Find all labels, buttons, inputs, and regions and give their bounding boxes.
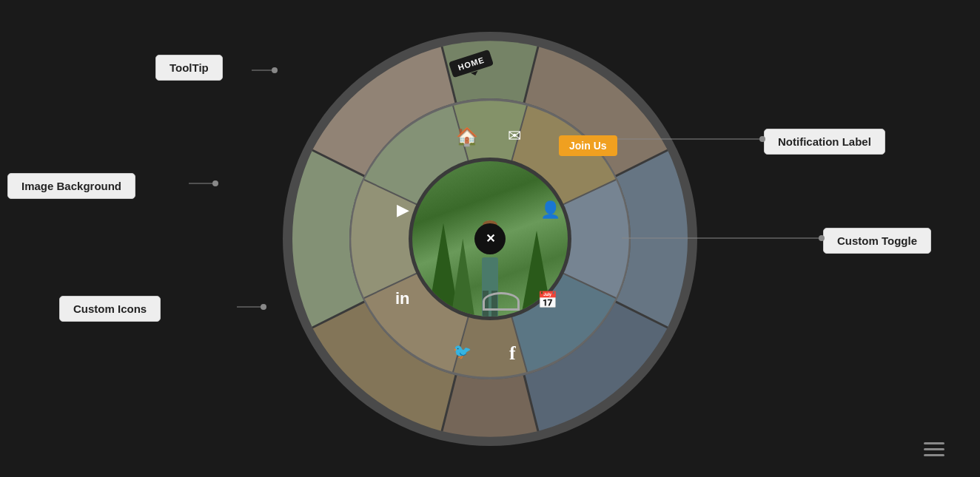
custom-icons-dot — [261, 304, 266, 310]
circular-menu: ✕ HOME 🏠 ✉ 👤 📅 f 🐦 ▶ in — [283, 32, 697, 446]
hamburger-line-3 — [924, 454, 944, 456]
tooltip-label: ToolTip — [155, 55, 223, 81]
close-icon: ✕ — [486, 231, 495, 246]
notification-connector-dot — [759, 136, 765, 142]
hamburger-line-2 — [924, 448, 944, 450]
custom-toggle-label: Custom Toggle — [823, 228, 931, 254]
custom-icons-label: Custom Icons — [59, 296, 161, 322]
image-background-dot — [212, 180, 218, 186]
home-icon[interactable]: 🏠 — [456, 126, 478, 147]
calendar-icon[interactable]: 📅 — [537, 291, 557, 310]
hamburger-menu[interactable] — [924, 442, 944, 456]
linkedin-icon[interactable]: in — [395, 289, 410, 308]
youtube-icon[interactable]: ▶ — [397, 200, 409, 220]
tooltip-connector-dot — [272, 67, 278, 73]
mail-icon[interactable]: ✉ — [508, 126, 521, 146]
user-icon[interactable]: 👤 — [540, 200, 560, 220]
custom-toggle-dot — [819, 235, 825, 241]
facebook-icon[interactable]: f — [509, 342, 516, 365]
join-badge[interactable]: Join Us — [559, 135, 617, 156]
close-button[interactable]: ✕ — [474, 223, 506, 254]
hamburger-line-1 — [924, 442, 944, 444]
image-background-label: Image Background — [7, 173, 135, 199]
twitter-icon[interactable]: 🐦 — [453, 342, 471, 360]
notification-label-box: Notification Label — [764, 129, 885, 155]
